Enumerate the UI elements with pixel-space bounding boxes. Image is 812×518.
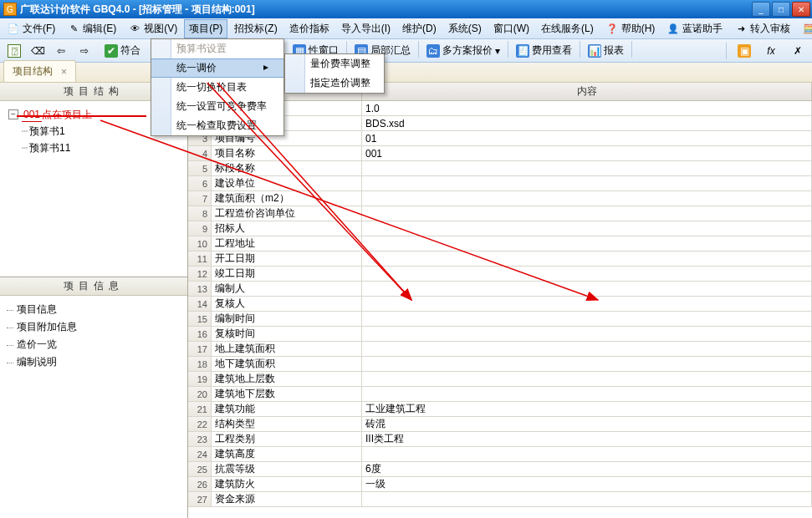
submenu-item[interactable]: 量价费率调整 xyxy=(285,54,384,74)
cell-name[interactable]: 资金来源 xyxy=(212,492,362,506)
table-row[interactable]: 27资金来源 xyxy=(188,492,812,507)
cell-value[interactable]: 砖混 xyxy=(362,417,812,431)
table-row[interactable]: 24建筑高度 xyxy=(188,447,812,462)
cell-name[interactable]: 复核人 xyxy=(212,297,362,311)
cell-name[interactable]: 结构类型 xyxy=(212,417,362,431)
cell-value[interactable] xyxy=(362,282,812,296)
cell-name[interactable]: 工程造价咨询单位 xyxy=(212,206,362,221)
project-menu-dropdown[interactable]: 预算书设置统一调价▸统一切换价目表统一设置可竞争费率统一检查取费设置 xyxy=(151,38,284,136)
cell-value[interactable] xyxy=(362,327,812,341)
tool-forward[interactable]: ⇨ xyxy=(74,42,95,60)
tool-icon-2[interactable]: ⌫ xyxy=(27,42,49,60)
cell-name[interactable]: 建筑防火 xyxy=(212,477,362,491)
table-row[interactable]: 22结构类型砖混 xyxy=(188,417,812,432)
grid-header-content[interactable]: 内容 xyxy=(362,83,812,100)
cell-value[interactable]: BDS.xsd xyxy=(362,116,812,130)
cell-name[interactable]: 建筑功能 xyxy=(212,402,362,416)
cell-name[interactable]: 抗震等级 xyxy=(212,462,362,476)
cell-name[interactable]: 招标人 xyxy=(212,221,362,236)
info-item[interactable]: 造价一览 xyxy=(3,336,184,353)
cell-name[interactable]: 建筑高度 xyxy=(212,447,362,461)
cell-name[interactable]: 标段名称 xyxy=(212,161,362,175)
table-row[interactable]: 15编制时间 xyxy=(188,312,812,327)
menu-view[interactable]: 👁视图(V) xyxy=(123,19,182,38)
table-row[interactable]: 21建筑功能工业建筑工程 xyxy=(188,402,812,417)
menu-lannuo[interactable]: 👤蓝诺助手 xyxy=(661,19,728,38)
table-row[interactable]: 20建筑地下层数 xyxy=(188,387,812,402)
menu-measure-pay[interactable]: 🧮计量支付 xyxy=(797,19,812,38)
cell-value[interactable] xyxy=(362,251,812,266)
cell-name[interactable]: 建筑面积（m2） xyxy=(212,191,362,206)
cell-value[interactable] xyxy=(362,176,812,190)
table-row[interactable]: 26建筑防火一级 xyxy=(188,477,812,492)
grid-body[interactable]: 1.0BDS.xsd3项目编号014项目名称0015标段名称6建设单位7建筑面积… xyxy=(188,101,812,518)
cell-value[interactable]: 一级 xyxy=(362,477,812,491)
cell-name[interactable]: 地下建筑面积 xyxy=(212,357,362,371)
tab-close-icon[interactable]: × xyxy=(61,66,67,78)
cell-value[interactable] xyxy=(362,221,812,236)
cell-name[interactable]: 地上建筑面积 xyxy=(212,342,362,356)
info-list[interactable]: 项目信息项目附加信息造价一览编制说明 xyxy=(0,296,187,513)
cell-value[interactable] xyxy=(362,372,812,386)
cell-value[interactable]: 01 xyxy=(362,131,812,145)
cell-value[interactable]: 6度 xyxy=(362,462,812,476)
menu-item[interactable]: 统一调价▸ xyxy=(151,58,283,78)
menu-system[interactable]: 系统(S) xyxy=(443,19,487,38)
tool-check[interactable]: ✔ 符合 xyxy=(100,41,145,60)
menu-edit[interactable]: ✎编辑(E) xyxy=(62,19,121,38)
table-row[interactable]: 5标段名称 xyxy=(188,161,812,176)
cell-value[interactable] xyxy=(362,342,812,356)
cell-name[interactable]: 工程类别 xyxy=(212,432,362,446)
cell-value[interactable] xyxy=(362,206,812,221)
tool-extra-3[interactable]: ✗ xyxy=(787,42,809,60)
cell-value[interactable] xyxy=(362,447,812,461)
menu-bid[interactable]: 招投标(Z) xyxy=(229,19,282,38)
cell-value[interactable] xyxy=(362,191,812,206)
tree-toggle-icon[interactable]: − xyxy=(8,109,18,119)
menu-item[interactable]: 统一设置可竞争费率 xyxy=(151,97,283,116)
table-row[interactable]: 6建设单位 xyxy=(188,176,812,191)
cell-value[interactable] xyxy=(362,357,812,371)
table-row[interactable]: 10工程地址 xyxy=(188,236,812,251)
menu-online[interactable]: 在线服务(L) xyxy=(536,19,599,38)
table-row[interactable]: 17地上建筑面积 xyxy=(188,342,812,357)
minimize-button[interactable]: _ xyxy=(752,2,770,17)
tool-multi-scheme[interactable]: 🗂多方案报价 ▾ xyxy=(422,41,504,60)
cell-value[interactable] xyxy=(362,312,812,326)
tool-extra-1[interactable]: ▣ xyxy=(733,42,755,60)
menu-project[interactable]: 项目(P) xyxy=(184,19,227,38)
menu-file[interactable]: 📄文件(F) xyxy=(2,19,60,38)
tool-icon-1[interactable]: ⍰ xyxy=(3,42,25,60)
cell-value[interactable] xyxy=(362,297,812,311)
unified-price-submenu[interactable]: 量价费率调整指定造价调整 xyxy=(284,53,385,94)
submenu-item[interactable]: 指定造价调整 xyxy=(285,74,384,93)
cell-name[interactable]: 开工日期 xyxy=(212,251,362,266)
cell-name[interactable]: 建筑地上层数 xyxy=(212,372,362,386)
tree-item-b11[interactable]: ┄ 预算书11 xyxy=(3,140,184,156)
cell-name[interactable]: 复核时间 xyxy=(212,327,362,341)
cell-name[interactable]: 建设单位 xyxy=(212,176,362,190)
cell-value[interactable] xyxy=(362,161,812,175)
close-button[interactable]: ✕ xyxy=(792,2,810,17)
menu-window[interactable]: 窗口(W) xyxy=(488,19,534,38)
info-item[interactable]: 项目附加信息 xyxy=(3,318,184,336)
menu-audit[interactable]: ➜转入审核 xyxy=(729,19,795,38)
info-item[interactable]: 项目信息 xyxy=(3,301,184,318)
table-row[interactable]: 8工程造价咨询单位 xyxy=(188,206,812,221)
cell-value[interactable] xyxy=(362,236,812,251)
tab-project-structure[interactable]: 项目结构 × xyxy=(3,60,76,82)
tool-fee-view[interactable]: 🧾费用查看 xyxy=(512,41,576,60)
maximize-button[interactable]: □ xyxy=(772,2,790,17)
cell-value[interactable] xyxy=(362,492,812,506)
table-row[interactable]: 14复核人 xyxy=(188,297,812,312)
table-row[interactable]: 9招标人 xyxy=(188,221,812,236)
table-row[interactable]: 23工程类别III类工程 xyxy=(188,432,812,447)
cell-name[interactable]: 工程地址 xyxy=(212,236,362,251)
tool-extra-2[interactable]: fx xyxy=(760,42,782,60)
cell-value[interactable]: 001 xyxy=(362,146,812,160)
cell-value[interactable] xyxy=(362,267,812,281)
cell-value[interactable] xyxy=(362,387,812,401)
table-row[interactable]: 18地下建筑面积 xyxy=(188,357,812,372)
menu-item[interactable]: 统一切换价目表 xyxy=(151,78,283,97)
table-row[interactable]: 7建筑面积（m2） xyxy=(188,191,812,206)
